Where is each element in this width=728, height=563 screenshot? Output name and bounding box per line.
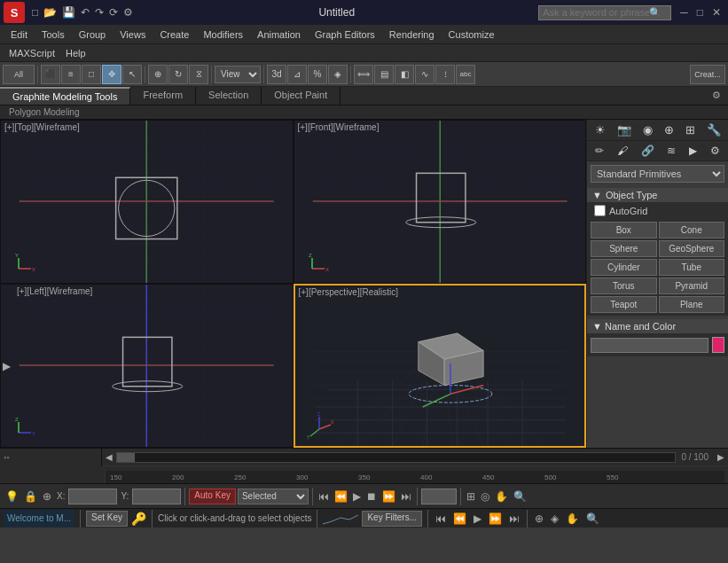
scroll-left-btn[interactable]: ◀ bbox=[102, 452, 116, 462]
viewport-perspective[interactable]: [+][Perspective][Realistic] bbox=[294, 284, 587, 448]
anim-end-icon[interactable]: ⏭ bbox=[399, 490, 413, 503]
scroll-right-btn[interactable]: ▶ bbox=[714, 452, 728, 462]
viewport-left[interactable]: ▶ [+][Left][Wireframe] bbox=[0, 284, 294, 448]
key-icon[interactable]: 🔑 bbox=[131, 512, 146, 526]
sb-extra3[interactable]: ✋ bbox=[493, 490, 510, 503]
abc-btn[interactable]: abc bbox=[456, 65, 475, 84]
anim-start-icon[interactable]: ⏮ bbox=[317, 490, 331, 503]
infobar-icon4[interactable]: ⏩ bbox=[487, 512, 504, 525]
search-input[interactable] bbox=[543, 7, 649, 18]
viewport-top[interactable]: [+][Top][Wireframe] bbox=[0, 120, 294, 284]
rp-helper-icon[interactable]: ⊕ bbox=[664, 123, 674, 137]
infobar-icon2[interactable]: ⏪ bbox=[451, 512, 468, 525]
rp-util-icon[interactable]: ⚙ bbox=[710, 145, 720, 157]
open-icon[interactable]: 📂 bbox=[42, 5, 59, 20]
x-input[interactable] bbox=[68, 489, 117, 504]
timeline-thumb[interactable] bbox=[117, 453, 135, 462]
curve-btn[interactable]: ∿ bbox=[415, 65, 434, 84]
sb-extra4[interactable]: 🔍 bbox=[512, 490, 528, 503]
set-key-btn[interactable]: Set Key bbox=[86, 511, 128, 527]
menu-group[interactable]: Group bbox=[72, 27, 114, 42]
rect-select-btn[interactable]: □ bbox=[82, 65, 101, 84]
category-select[interactable]: Standard Primitives Extended Primitives … bbox=[591, 165, 724, 183]
minimize-button[interactable]: ─ bbox=[677, 5, 692, 20]
tab-extra-btn[interactable]: ⚙ bbox=[705, 87, 728, 105]
align-btn[interactable]: ▤ bbox=[374, 65, 394, 84]
viewport-arrow[interactable]: ▶ bbox=[3, 360, 11, 372]
search-icon[interactable]: 🔍 bbox=[649, 7, 661, 19]
history-icon[interactable]: ⟳ bbox=[107, 5, 120, 20]
sb-snap-icon[interactable]: ⊕ bbox=[41, 490, 53, 503]
namecolor-collapse-icon[interactable]: ▼ bbox=[592, 321, 602, 332]
maximize-button[interactable]: □ bbox=[693, 5, 707, 20]
sb-extra1[interactable]: ⊞ bbox=[465, 490, 477, 503]
object-name-input[interactable] bbox=[591, 338, 708, 353]
infobar-icon7[interactable]: ◈ bbox=[549, 512, 560, 525]
anim-next-icon[interactable]: ⏩ bbox=[380, 490, 397, 503]
rp-anim-icon[interactable]: ▶ bbox=[689, 145, 697, 157]
select-filter-dropdown[interactable]: All bbox=[3, 65, 35, 84]
primitive-torus-btn[interactable]: Torus bbox=[591, 278, 657, 294]
sb-light-icon[interactable]: 💡 bbox=[4, 490, 20, 503]
settings-icon[interactable]: ⚙ bbox=[121, 5, 135, 20]
infobar-icon5[interactable]: ⏭ bbox=[507, 512, 521, 525]
save-icon[interactable]: 💾 bbox=[60, 5, 77, 20]
anim-prev-icon[interactable]: ⏪ bbox=[333, 490, 349, 503]
select-move-btn[interactable]: ✥ bbox=[102, 65, 121, 84]
time-input[interactable]: 0 bbox=[421, 489, 457, 504]
tab-selection[interactable]: Selection bbox=[196, 87, 262, 105]
menu-modifiers[interactable]: Modifiers bbox=[196, 27, 250, 42]
primitive-plane-btn[interactable]: Plane bbox=[659, 296, 725, 313]
primitive-sphere-btn[interactable]: Sphere bbox=[591, 240, 657, 257]
menu-tools[interactable]: Tools bbox=[35, 27, 72, 42]
rp-geo-icon[interactable]: ◉ bbox=[643, 123, 653, 137]
primitive-cone-btn[interactable]: Cone bbox=[659, 222, 725, 238]
rp-link-icon[interactable]: 🔗 bbox=[641, 145, 654, 157]
menu-maxscript[interactable]: MAXScript bbox=[4, 47, 60, 59]
rp-wrench-icon[interactable]: 🔧 bbox=[707, 123, 721, 137]
rp-attr-icon[interactable]: ≋ bbox=[667, 145, 676, 157]
rp-edit-icon[interactable]: ✏ bbox=[595, 145, 604, 157]
rp-camera-icon[interactable]: 📷 bbox=[617, 123, 631, 137]
sb-extra2[interactable]: ◎ bbox=[479, 490, 491, 503]
mirror-btn[interactable]: ⟺ bbox=[354, 65, 373, 84]
menu-animation[interactable]: Animation bbox=[250, 27, 308, 42]
menu-help[interactable]: Help bbox=[60, 47, 91, 59]
undo-icon[interactable]: ↶ bbox=[79, 5, 91, 20]
primitive-pyramid-btn[interactable]: Pyramid bbox=[659, 278, 725, 294]
select-name-btn[interactable]: ≡ bbox=[61, 65, 81, 84]
rotate-btn[interactable]: ↻ bbox=[168, 65, 188, 84]
timeline-track[interactable] bbox=[116, 452, 676, 463]
rp-paint-icon[interactable]: 🖌 bbox=[617, 145, 628, 157]
graph-btn[interactable]: ⫶ bbox=[435, 65, 455, 84]
infobar-icon9[interactable]: 🔍 bbox=[584, 512, 601, 525]
primitive-cylinder-btn[interactable]: Cylinder bbox=[591, 259, 657, 276]
infobar-icon8[interactable]: ✋ bbox=[564, 512, 581, 525]
menu-graph-editors[interactable]: Graph Editors bbox=[308, 27, 382, 42]
infobar-icon3[interactable]: ▶ bbox=[472, 512, 483, 525]
rp-category-dropdown[interactable]: Standard Primitives Extended Primitives … bbox=[591, 165, 724, 183]
primitive-tube-btn[interactable]: Tube bbox=[659, 259, 725, 276]
auto-key-btn[interactable]: Auto Key bbox=[189, 489, 236, 504]
search-box[interactable]: 🔍 bbox=[538, 5, 671, 20]
menu-edit[interactable]: Edit bbox=[4, 27, 35, 42]
tab-graphite-modeling[interactable]: Graphite Modeling Tools bbox=[0, 87, 130, 105]
layer-btn[interactable]: ◧ bbox=[395, 65, 414, 84]
sb-lock-icon[interactable]: 🔒 bbox=[22, 490, 39, 503]
menu-customize[interactable]: Customize bbox=[442, 27, 502, 42]
primitive-box-btn[interactable]: Box bbox=[591, 222, 657, 238]
reference-dropdown[interactable]: View World Local bbox=[215, 66, 261, 83]
snap-3d-btn[interactable]: 3d bbox=[267, 65, 286, 84]
snap-spinners-btn[interactable]: ◈ bbox=[328, 65, 348, 84]
snap-angle-btn[interactable]: ⊿ bbox=[287, 65, 307, 84]
select-btn[interactable]: ↖ bbox=[122, 65, 142, 84]
scale-btn[interactable]: ⧖ bbox=[189, 65, 208, 84]
selected-dropdown[interactable]: Selected bbox=[238, 489, 309, 504]
y-input[interactable] bbox=[132, 489, 181, 504]
color-swatch[interactable] bbox=[712, 337, 724, 353]
menu-rendering[interactable]: Rendering bbox=[382, 27, 442, 42]
move-btn[interactable]: ⊕ bbox=[148, 65, 168, 84]
infobar-icon1[interactable]: ⏮ bbox=[434, 512, 448, 525]
autogrid-checkbox[interactable] bbox=[594, 205, 606, 216]
select-obj-btn[interactable]: ⬛ bbox=[41, 65, 60, 84]
